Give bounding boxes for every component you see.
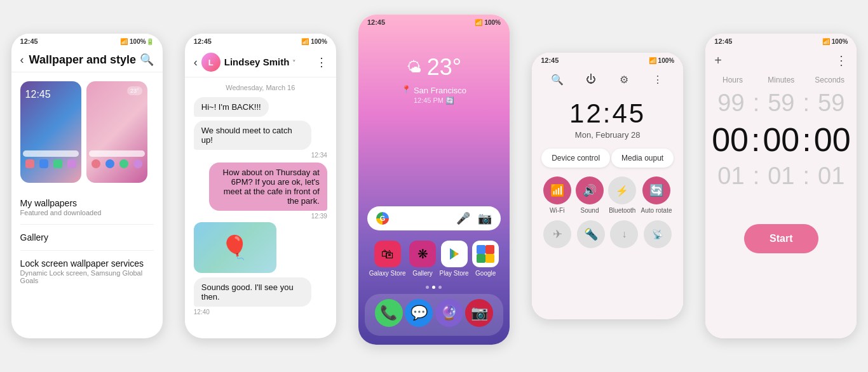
home-city: San Francisco xyxy=(414,86,466,95)
news-toggle[interactable]: 📡 xyxy=(644,220,672,251)
settings-icon-qs[interactable]: ⚙ xyxy=(615,70,633,88)
icon-dot-r2 xyxy=(92,159,100,168)
icon-dot-p xyxy=(67,159,76,168)
city-row: 📍 San Francisco xyxy=(402,83,466,95)
wp-search-1 xyxy=(23,150,79,157)
qs-clock: 12:45 xyxy=(532,92,683,130)
home-app-row-1: 🛍 Galaxy Store ❋ Gallery Play Store Goog… xyxy=(358,237,510,281)
timer-more-icon[interactable]: ⋮ xyxy=(835,53,848,68)
timer-main-s: 00 xyxy=(814,121,851,159)
home-app-google[interactable]: Google xyxy=(472,241,499,277)
flashlight-toggle[interactable]: 🔦 xyxy=(577,220,605,251)
msg-date: Wednesday, March 16 xyxy=(185,77,336,95)
airplane-toggle[interactable]: ✈ xyxy=(543,220,571,251)
phone-messages: 12:45 📶 100% ‹ L Lindsey Smith ˅ ⋮ Wedne… xyxy=(185,34,336,338)
back-icon-1[interactable]: ‹ xyxy=(20,53,24,67)
lock-screen-sub: Dynamic Lock screen, Samsung Global Goal… xyxy=(20,269,154,284)
timer-bot-m: 01 xyxy=(762,163,800,190)
timer-top-s: 59 xyxy=(812,90,850,117)
back-icon-2[interactable]: ‹ xyxy=(194,56,198,69)
location-icon: 📍 xyxy=(402,85,411,94)
autorotate-toggle[interactable]: 🔄 Auto rotate xyxy=(641,176,672,214)
wallpaper-previews: 12:45 23° xyxy=(11,72,163,192)
more-icon-2[interactable]: ⋮ xyxy=(316,55,327,69)
media-output-btn[interactable]: Media ouput xyxy=(611,149,674,168)
status-bar-1: 12:45 📶 100%🔋 xyxy=(11,34,163,48)
hours-label: Hours xyxy=(714,76,750,84)
msg-contact-name: Lindsey Smith xyxy=(224,56,290,67)
dot-1 xyxy=(426,286,429,289)
wallpaper-preview-1[interactable]: 12:45 xyxy=(20,81,81,183)
home-weather-widget: 🌤 23° 📍 San Francisco 12:45 PM 🔄 xyxy=(358,54,510,105)
bixby-dock-icon[interactable]: 🔮 xyxy=(435,299,463,327)
msg-text-2: We should meet to catch up! xyxy=(194,121,312,150)
msg-text-3: How about on Thursday at 6PM? If you are… xyxy=(209,163,327,211)
home-app-play-store[interactable]: Play Store xyxy=(440,241,469,277)
camera-dock-icon[interactable]: 📷 xyxy=(465,299,493,327)
msg-avatar: L xyxy=(201,53,220,72)
airplane-icon-circle: ✈ xyxy=(543,220,571,248)
wifi-toggle[interactable]: 📶 Wi-Fi xyxy=(543,176,571,214)
msg-time-3: 12:39 xyxy=(185,213,336,220)
battery-3: 100% xyxy=(484,19,501,26)
timer-colon-1-bot: : xyxy=(753,163,760,190)
power-icon-qs[interactable]: ⏻ xyxy=(582,70,600,88)
wifi-icon-4: 📶 xyxy=(649,57,656,64)
status-time-4: 12:45 xyxy=(541,56,559,64)
lens-icon[interactable]: 📷 xyxy=(478,211,492,225)
search-icon-1[interactable]: 🔍 xyxy=(140,53,154,67)
timer-bg: 12:45 📶 100% + ⋮ Hours Minutes Seconds 9… xyxy=(705,34,857,338)
home-app-gallery[interactable]: ❋ Gallery xyxy=(409,241,436,277)
home-search-bar[interactable]: G 🎤 📷 xyxy=(367,206,501,230)
dot-2 xyxy=(432,286,435,289)
colon-spacer-2 xyxy=(799,76,811,84)
wifi-toggle-label: Wi-Fi xyxy=(550,207,564,214)
msg-bubble-3-row: How about on Thursday at 6PM? If you are… xyxy=(185,161,336,213)
timer-start-button[interactable]: Start xyxy=(744,224,818,253)
mic-icon[interactable]: 🎤 xyxy=(456,211,470,225)
sound-toggle[interactable]: 🔊 Sound xyxy=(576,176,604,214)
timer-labels-row: Hours Minutes Seconds xyxy=(705,73,857,87)
gallery-icon: ❋ xyxy=(409,241,436,267)
balloon-emoji: 🎈 xyxy=(220,234,249,261)
download-toggle[interactable]: ↓ xyxy=(610,220,638,251)
lock-screen-label: Lock screen wallpaper services xyxy=(20,258,154,269)
dropdown-icon[interactable]: ˅ xyxy=(292,59,296,67)
my-wallpapers-sub: Featured and downloaded xyxy=(20,209,154,216)
timer-top-row: 99 : 59 : 59 xyxy=(705,87,857,119)
bluetooth-toggle[interactable]: ⚡ Bluetooth xyxy=(608,176,636,214)
phone-dock-icon[interactable]: 📞 xyxy=(375,299,403,327)
timer-colon-1-top: : xyxy=(753,90,760,117)
menu-gallery[interactable]: Gallery xyxy=(11,226,163,249)
search-icon-qs[interactable]: 🔍 xyxy=(548,70,566,88)
timer-main-h: 00 xyxy=(712,121,749,159)
gallery-label-home: Gallery xyxy=(412,270,433,277)
msg-image-bg: 🎈 xyxy=(194,222,276,273)
qs-date: Mon, February 28 xyxy=(532,130,683,140)
timer-bot-h: 01 xyxy=(712,163,750,190)
phone-wallpaper: 12:45 📶 100%🔋 ‹ Wallpaper and style 🔍 12… xyxy=(11,34,163,338)
battery-2: 100% xyxy=(311,38,327,45)
home-bottom-space xyxy=(358,336,510,345)
more-icon-qs[interactable]: ⋮ xyxy=(649,70,667,88)
menu-lock-screen[interactable]: Lock screen wallpaper services Dynamic L… xyxy=(11,252,163,291)
wallpaper-preview-2[interactable]: 23° xyxy=(86,81,147,183)
device-control-btn[interactable]: Device control xyxy=(541,149,610,168)
icon-dot-g2 xyxy=(119,159,128,168)
msg-header: ‹ L Lindsey Smith ˅ ⋮ xyxy=(185,48,336,77)
home-app-galaxy-store[interactable]: 🛍 Galaxy Store xyxy=(369,241,406,277)
messages-dock-icon[interactable]: 💬 xyxy=(405,299,433,327)
phone-quicksettings: 12:45 📶 100% 🔍 ⏻ ⚙ ⋮ 12:45 Mon, February… xyxy=(532,53,683,319)
msg-thread: Wednesday, March 16 Hi~! I'm BACK!!! We … xyxy=(185,77,336,319)
timer-start-container: Start xyxy=(705,211,857,266)
msg-image: 🎈 xyxy=(194,222,276,273)
wifi-icon-5: 📶 xyxy=(822,38,830,45)
svg-rect-1 xyxy=(477,245,485,254)
menu-my-wallpapers[interactable]: My wallpapers Featured and downloaded xyxy=(11,192,163,223)
phone-home: 12:45 📶 100% 🌤 23° 📍 San Francisco 12:45… xyxy=(358,15,510,345)
status-bar-5: 12:45 📶 100% xyxy=(705,34,857,48)
timer-plus-icon[interactable]: + xyxy=(714,53,722,68)
wallpaper-header-left: ‹ Wallpaper and style xyxy=(20,53,136,67)
home-bg: 12:45 📶 100% 🌤 23° 📍 San Francisco 12:45… xyxy=(358,15,510,345)
sound-toggle-label: Sound xyxy=(581,207,599,214)
